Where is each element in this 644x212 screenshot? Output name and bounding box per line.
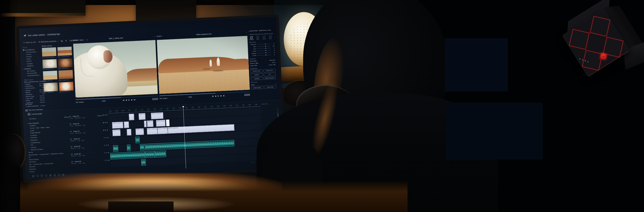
media-thumbnail[interactable] [57, 47, 72, 56]
set-range-dropdown[interactable]: Set range [159, 97, 168, 99]
media-thumbnail[interactable] [44, 82, 58, 92]
media-item[interactable]: Edit_5_walk.mov [43, 71, 58, 82]
video-clip[interactable]: Edit_1_video.mov [157, 127, 168, 134]
media-item[interactable]: Edit_1_panorama.mov [42, 47, 56, 58]
video-clip[interactable]: Edit_1_video.mov [135, 128, 144, 135]
audio-track-icon[interactable]: ◔ [103, 137, 105, 138]
distribution-button-camera-track[interactable]: Camera Track [250, 69, 263, 73]
transform-field[interactable]: Rotation 360 [250, 62, 258, 64]
video-clip[interactable] [127, 129, 131, 136]
media-thumbnail[interactable] [43, 71, 57, 80]
audio-track-icon[interactable]: ⚙ [105, 137, 107, 138]
rec-indicator[interactable]: REC [188, 96, 192, 98]
parameter-slider[interactable] [257, 46, 271, 47]
video-clip[interactable]: Edit_1_video.mov [147, 128, 157, 135]
transport-button[interactable]: ◀| [215, 95, 216, 97]
audio-clip[interactable] [154, 151, 166, 158]
sequence-viewer-video[interactable] [157, 36, 250, 94]
parameter-slider[interactable] [257, 52, 271, 53]
audio-clip[interactable] [127, 145, 131, 151]
parameter-slider[interactable] [257, 48, 271, 49]
effect-value[interactable]: Disable [40, 101, 45, 104]
current-button[interactable]: Current [244, 93, 250, 96]
video-track-icon[interactable]: ▦ [102, 114, 104, 116]
effect-value[interactable]: Set key [40, 95, 45, 97]
video-clip[interactable]: Edit_1_video.mov [147, 120, 153, 127]
video-track-icon[interactable]: ⊠ [105, 129, 106, 131]
audio-clip[interactable] [113, 145, 118, 152]
video-track-icon[interactable]: ▦ [103, 129, 104, 131]
parameter-value[interactable]: 1 [272, 54, 275, 56]
media-thumbnail[interactable] [43, 59, 57, 68]
distribution-button-result-transform[interactable]: Result transform [264, 76, 276, 80]
search-icon[interactable] [61, 40, 62, 42]
transport-button[interactable]: |◀ [123, 99, 124, 101]
video-clip[interactable] [124, 121, 129, 128]
transport-button[interactable]: |▶ [220, 95, 222, 96]
video-track-icon[interactable]: ◉ [106, 114, 107, 116]
transport-button[interactable]: ▶| [223, 94, 225, 96]
current-button[interactable]: Current [152, 97, 158, 100]
audio-track-icon[interactable]: ◉ [108, 152, 109, 153]
distribution-button-system[interactable]: System [251, 73, 263, 77]
video-clip[interactable]: Edit_1_video.mov [151, 112, 164, 119]
parameter-value[interactable]: 2 [271, 43, 274, 45]
zoom-in-button[interactable]: + [253, 161, 254, 163]
media-thumbnail[interactable] [58, 58, 72, 68]
video-clip[interactable] [129, 114, 134, 120]
transport-button[interactable]: ▶| [134, 99, 135, 100]
transform-field[interactable]: Tilt 0 [272, 61, 275, 63]
time-button-optical-flow[interactable]: Optical flow [264, 85, 276, 89]
distribute-partition-dropdown[interactable]: ⊞ Distribute partition [38, 40, 58, 43]
parameter-value[interactable]: 3 [272, 52, 275, 53]
transport-button[interactable]: |◀ [212, 95, 213, 97]
set-range-dropdown[interactable]: Set range [76, 101, 84, 103]
timeline-tab-effects[interactable]: Effects [64, 116, 69, 118]
video-clip[interactable]: Edit_1_video.mov [139, 113, 146, 120]
video-track-icon[interactable]: ⊠ [104, 114, 105, 116]
transform-field[interactable]: Mask 4:16 [250, 60, 257, 62]
minimize-icon[interactable]: — [153, 36, 155, 38]
inspector-tab-settings[interactable]: Settings [249, 36, 254, 40]
media-item[interactable]: Edit_8_portrait.mov [59, 82, 74, 92]
effect-value[interactable]: Set key [40, 99, 45, 101]
audio-track-icon[interactable]: ◉ [108, 159, 109, 161]
rec-indicator[interactable]: REC [101, 100, 106, 102]
audio-clip[interactable] [110, 151, 145, 159]
audio-track-icon[interactable]: ◉ [108, 144, 109, 146]
transform-field[interactable]: Scale X 90 [250, 64, 257, 66]
media-item[interactable]: Edit_4_helmet.mov [58, 58, 73, 69]
transport-button[interactable]: ▶ [218, 95, 219, 97]
video-clip[interactable]: Edit_1_video.mov [112, 129, 120, 136]
brilliance-node-button[interactable]: ◉ Brilliance node [259, 29, 271, 31]
audio-clip[interactable] [141, 159, 146, 166]
audio-track-icon[interactable]: ◉ [107, 137, 108, 138]
audio-track-icon[interactable]: ◔ [105, 159, 106, 161]
parameter-slider[interactable] [257, 55, 271, 56]
audio-track-icon[interactable]: ⚙ [106, 159, 108, 161]
transport-button[interactable]: |▶ [131, 99, 133, 100]
distribution-button-object-track[interactable]: Object Track [263, 69, 276, 72]
audio-track-icon[interactable]: ◔ [104, 144, 105, 146]
media-item[interactable]: Edit_2_ascent 3D.mov [57, 47, 72, 57]
inspector-tab-mask[interactable]: Mask [255, 36, 260, 40]
gear-icon[interactable]: ⚙ [65, 40, 67, 42]
audio-track-icon[interactable]: ◔ [104, 152, 105, 153]
video-clip[interactable]: Edit_1_video.mov [112, 122, 123, 129]
audio-track-icon[interactable]: ⚙ [106, 144, 107, 146]
media-thumbnail[interactable] [42, 47, 56, 57]
minimize-icon[interactable]: — [246, 31, 247, 33]
parameter-slider[interactable] [257, 50, 271, 51]
video-track-icon[interactable]: ◉ [107, 129, 108, 131]
save-on-net-button[interactable]: ↻ Save on net [23, 41, 36, 44]
video-track-icon[interactable]: ◉ [107, 122, 108, 123]
parameter-slider[interactable] [257, 44, 271, 45]
video-clip[interactable]: Edit_1_video.mov [156, 120, 166, 127]
parameter-value[interactable]: 1 [271, 47, 274, 49]
distribution-button-calibrate[interactable]: Calibrate [251, 77, 263, 80]
timeline-tab-transitions[interactable]: Transitions [29, 118, 36, 120]
node-editor-button[interactable]: △ Node Editor [249, 30, 258, 32]
video-clip[interactable] [166, 120, 170, 126]
video-track-icon[interactable]: ⊠ [105, 122, 106, 123]
transform-field[interactable]: Scale Y 90 [269, 64, 275, 65]
